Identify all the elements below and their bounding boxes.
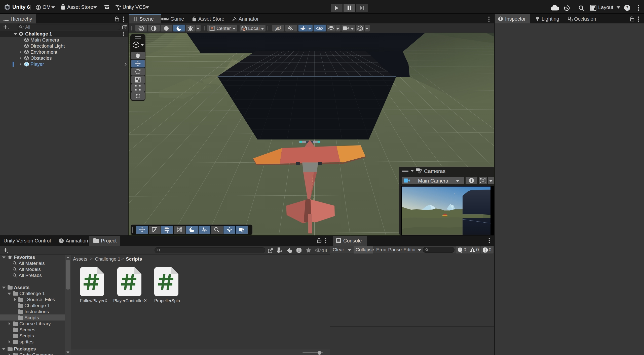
svg-text:?: ?: [626, 5, 629, 10]
